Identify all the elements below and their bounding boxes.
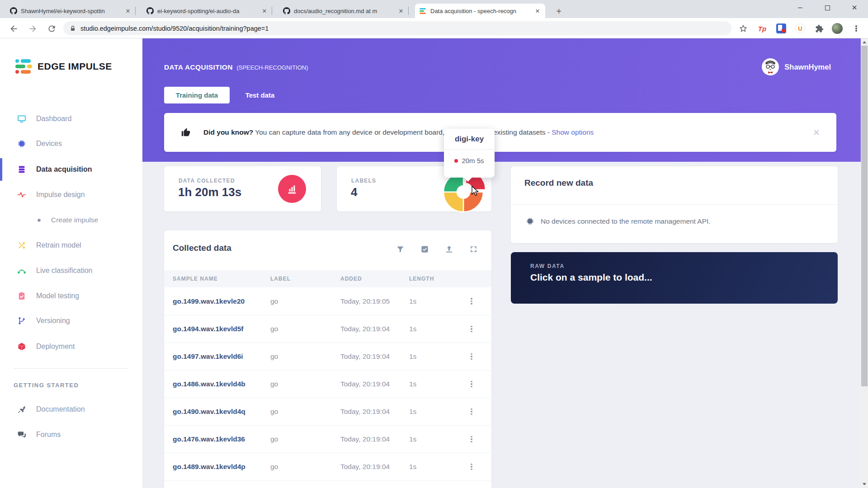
data-collected-card: DATA COLLECTED 1h 20m 13s: [164, 166, 321, 211]
tab-title: ei-keyword-spotting/ei-audio-da: [157, 8, 257, 14]
chip-icon: [17, 139, 26, 148]
tab-label: Training data: [176, 91, 218, 99]
user-menu[interactable]: ShawnHymel: [762, 58, 831, 75]
tab-title: Data acquisition - speech-recogn: [430, 8, 530, 14]
sidebar-item-documentation[interactable]: Documentation: [0, 397, 142, 422]
banner-close-icon[interactable]: ✕: [813, 127, 820, 137]
dot-icon: [36, 217, 42, 223]
new-tab-button[interactable]: ＋: [552, 5, 565, 17]
github-icon: [146, 7, 154, 14]
minimize-button[interactable]: −: [787, 0, 814, 15]
expand-icon[interactable]: [469, 245, 478, 253]
tab-close-icon[interactable]: ✕: [260, 7, 269, 15]
sidebar-item-live-classification[interactable]: Live classification: [0, 258, 142, 283]
raw-data-label: RAW DATA: [530, 263, 565, 269]
sidebar-item-versioning[interactable]: Versioning: [0, 308, 142, 333]
show-options-link[interactable]: Show options: [552, 128, 594, 136]
table-row[interactable]: go.1490.wav.1kevld4qgo Today, 20:19:041s: [164, 398, 491, 425]
chat-icon: [17, 430, 26, 439]
browser-profile-avatar[interactable]: [831, 22, 844, 35]
monitor-icon: [17, 114, 26, 123]
scrollbar-up-arrow[interactable]: [863, 41, 866, 43]
filter-icon[interactable]: [396, 245, 405, 253]
github-icon: [10, 7, 17, 14]
upload-icon[interactable]: [445, 245, 453, 253]
tab-close-icon[interactable]: ✕: [533, 7, 542, 15]
database-icon: [17, 165, 26, 174]
tab-close-icon[interactable]: ✕: [124, 7, 132, 15]
shuffle-icon: [17, 241, 26, 250]
table-row[interactable]: go.1476.wav.1kevld36go Today, 20:19:041s: [164, 425, 491, 453]
sidebar-item-label: Retrain model: [36, 241, 81, 249]
sidebar-section-title: GETTING STARTED: [14, 382, 79, 389]
sidebar-item-devices[interactable]: Devices: [0, 131, 142, 156]
row-menu-icon[interactable]: [467, 408, 476, 416]
sidebar-item-deployment[interactable]: Deployment: [0, 334, 142, 359]
browser-tab-3[interactable]: docs/audio_recognition.md at m ✕: [278, 4, 409, 18]
sidebar-item-impulse-design[interactable]: Impulse design: [0, 182, 142, 207]
sidebar-item-label: Documentation: [36, 405, 85, 413]
maximize-button[interactable]: [814, 0, 841, 15]
browser-tab-2[interactable]: ei-keyword-spotting/ei-audio-da ✕: [142, 4, 272, 18]
address-bar[interactable]: [63, 21, 731, 35]
username: ShawnHymel: [784, 63, 831, 71]
labels-label: LABELS: [351, 178, 376, 184]
browser-menu-icon[interactable]: [850, 22, 863, 35]
table-row-partial[interactable]: [164, 480, 491, 488]
did-you-know-banner: Did you know? You can capture data from …: [164, 113, 836, 152]
extension-u-icon[interactable]: U: [794, 22, 807, 35]
edge-impulse-favicon: [420, 7, 427, 14]
table-row[interactable]: go.1499.wav.1kevle20go Today, 20:19:051s: [164, 287, 491, 315]
window-controls: − ✕: [787, 0, 868, 18]
sidebar-item-label: Data acquisition: [36, 165, 92, 174]
row-menu-icon[interactable]: [467, 297, 476, 305]
tab-label: Test data: [245, 91, 275, 99]
close-button[interactable]: ✕: [841, 0, 868, 15]
table-row[interactable]: go.1489.wav.1kevld4pgo Today, 20:19:041s: [164, 453, 491, 480]
reload-button[interactable]: [44, 21, 59, 36]
row-menu-icon[interactable]: [467, 352, 476, 361]
extensions-puzzle-icon[interactable]: [813, 22, 826, 35]
row-menu-icon[interactable]: [467, 435, 476, 443]
browser-chrome: ShawnHymel/ei-keyword-spottin ✕ ei-keywo…: [0, 0, 868, 38]
extension-shield-icon[interactable]: [775, 22, 788, 35]
back-button[interactable]: [6, 21, 21, 36]
browser-tab-1[interactable]: ShawnHymel/ei-keyword-spottin ✕: [5, 4, 136, 18]
sidebar-item-retrain-model[interactable]: Retrain model: [0, 233, 142, 258]
row-menu-icon[interactable]: [467, 325, 476, 333]
sidebar-item-data-acquisition[interactable]: Data acquisition: [0, 157, 142, 182]
banner-prefix: Did you know?: [203, 128, 253, 136]
no-devices-message: No devices connected to the remote manag…: [526, 217, 711, 225]
select-checkbox-icon[interactable]: [420, 245, 429, 253]
table-row[interactable]: go.1494.wav.1kevld5fgo Today, 20:19:041s: [164, 315, 491, 343]
edge-impulse-logo[interactable]: EDGE IMPULSE: [15, 59, 112, 74]
url-input[interactable]: [80, 25, 725, 32]
logo-text: EDGE IMPULSE: [38, 61, 112, 72]
column-sample-name: SAMPLE NAME: [173, 276, 218, 282]
row-menu-icon[interactable]: [467, 463, 476, 471]
bookmark-star-icon[interactable]: [737, 22, 750, 35]
record-new-data-title: Record new data: [524, 178, 593, 188]
table-row[interactable]: go.1497.wav.1kevld6igo Today, 20:19:041s: [164, 343, 491, 370]
page-scrollbar[interactable]: [861, 38, 868, 488]
sidebar-item-dashboard[interactable]: Dashboard: [0, 106, 142, 131]
sidebar-item-forums[interactable]: Forums: [0, 422, 142, 447]
scrollbar-thumb[interactable]: [861, 46, 868, 386]
column-label: LABEL: [270, 276, 291, 282]
extension-tp-icon[interactable]: Tp: [756, 22, 769, 35]
scrollbar-down-arrow[interactable]: [863, 483, 866, 485]
browser-tab-active[interactable]: Data acquisition - speech-recogn ✕: [415, 4, 545, 18]
forward-button[interactable]: [25, 21, 40, 36]
tab-training-data[interactable]: Training data: [164, 87, 230, 103]
sidebar: EDGE IMPULSE Dashboard Devices Data acqu…: [0, 38, 142, 488]
sidebar-item-create-impulse[interactable]: Create impulse: [0, 207, 142, 233]
table-row[interactable]: go.1486.wav.1kevld4bgo Today, 20:19:041s: [164, 370, 491, 398]
tab-strip: ShawnHymel/ei-keyword-spottin ✕ ei-keywo…: [0, 0, 868, 18]
cube-icon: [17, 342, 26, 351]
tab-close-icon[interactable]: ✕: [397, 7, 405, 15]
sidebar-item-model-testing[interactable]: Model testing: [0, 283, 142, 309]
tooltip-dot: [454, 159, 458, 163]
tab-test-data[interactable]: Test data: [240, 87, 280, 103]
row-menu-icon[interactable]: [467, 380, 476, 388]
table-header: SAMPLE NAME LABEL ADDED LENGTH: [164, 270, 491, 287]
